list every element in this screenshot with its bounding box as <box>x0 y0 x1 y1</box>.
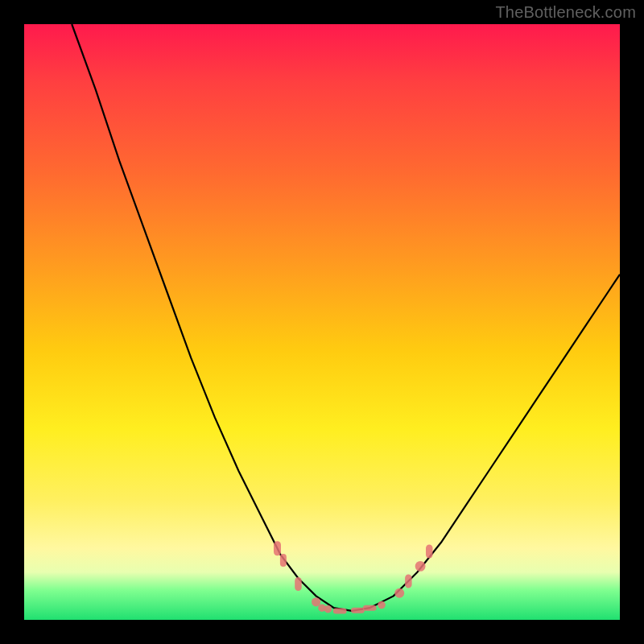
curve-marker <box>394 588 404 598</box>
curve-marker <box>415 561 426 572</box>
curve-marker <box>295 577 302 591</box>
curve-marker <box>274 541 281 555</box>
curve-marker <box>324 605 332 613</box>
curve-marker <box>312 597 320 606</box>
curve-svg <box>24 24 620 620</box>
curve-marker <box>405 574 412 588</box>
watermark-text: TheBottleneck.com <box>495 3 636 22</box>
curve-marker <box>363 605 377 611</box>
curve-marker <box>426 544 433 558</box>
curve-marker <box>378 601 386 609</box>
curve-marker <box>351 608 365 613</box>
plot-area <box>24 24 620 620</box>
curve-marker <box>333 608 347 613</box>
chart-frame: TheBottleneck.com <box>0 0 644 644</box>
curve-markers <box>274 541 433 613</box>
bottleneck-curve <box>72 24 620 611</box>
curve-marker <box>280 554 287 567</box>
